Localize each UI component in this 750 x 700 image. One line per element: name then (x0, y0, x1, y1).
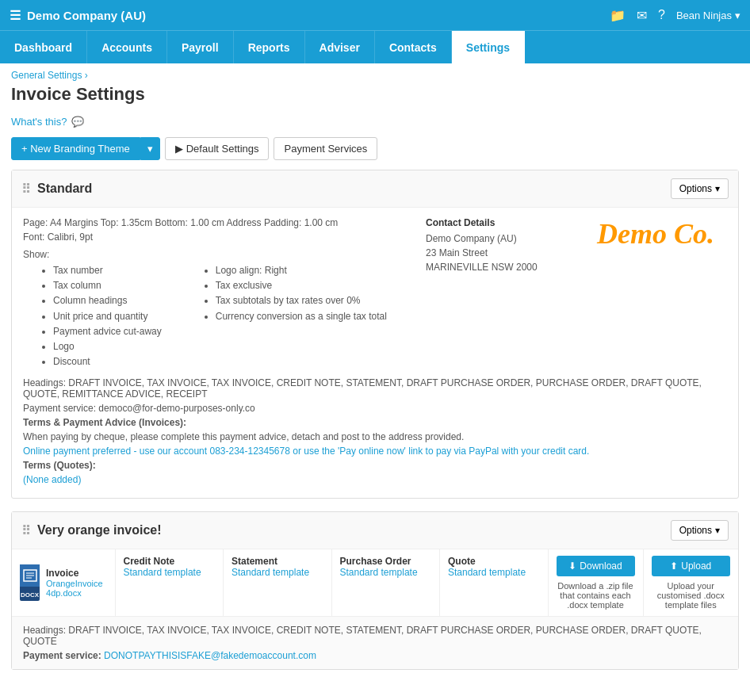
upload-cell: ⬆ Upload Upload your customised .docx te… (643, 549, 738, 616)
page-info: Page: A4 Margins Top: 1.35cm Bottom: 1.0… (23, 217, 426, 228)
breadcrumb: General Settings › (0, 63, 750, 82)
drag-handle-icon[interactable]: ⠿ (21, 182, 31, 197)
company-name: Demo Company (AU) (27, 9, 146, 22)
orange-card-header: ⠿ Very orange invoice! Options ▾ (12, 512, 738, 549)
nav-reports[interactable]: Reports (234, 31, 305, 63)
download-cell: ⬇ Download Download a .zip file that con… (548, 549, 643, 616)
purchase-order-sub: Standard template (340, 567, 432, 578)
standard-card-header: ⠿ Standard Options ▾ (12, 170, 738, 208)
footer-payment: Payment service: DONOTPAYTHISISFAKE@fake… (23, 650, 727, 661)
online-payment: Online payment preferred - use our accou… (23, 446, 727, 457)
new-branding-group: + New Branding Theme ▾ (11, 137, 160, 160)
terms-text: When paying by cheque, please complete t… (23, 431, 727, 442)
nav-settings[interactable]: Settings (452, 31, 525, 63)
nav-payroll[interactable]: Payroll (167, 31, 234, 63)
nav-dashboard[interactable]: Dashboard (0, 31, 87, 63)
download-description: Download a .zip file that contains each … (557, 581, 635, 610)
show-col-1: Tax number Tax column Column headings Un… (23, 263, 162, 369)
purchase-order-label: Purchase Order (340, 556, 432, 567)
download-button[interactable]: ⬇ Download (557, 556, 635, 576)
standard-options-button[interactable]: Options ▾ (671, 178, 729, 199)
standard-detail-left: Page: A4 Margins Top: 1.35cm Bottom: 1.0… (23, 217, 426, 369)
template-row: DOCX Invoice OrangeInvoice4dp.docx Credi… (12, 549, 738, 616)
terms-quotes-value: (None added) (23, 474, 727, 485)
contact-details: Contact Details Demo Company (AU) 23 Mai… (426, 217, 584, 274)
page-title: Invoice Settings (0, 82, 750, 111)
help-icon[interactable]: ? (658, 8, 665, 22)
top-bar: ☰ Demo Company (AU) 📁 ✉ ? Bean Ninjas ▾ (0, 0, 750, 30)
invoice-file: OrangeInvoice4dp.docx (46, 579, 106, 598)
show-item: Logo align: Right (216, 263, 387, 278)
quote-label: Quote (448, 556, 540, 567)
standard-card-body: Page: A4 Margins Top: 1.35cm Bottom: 1.0… (12, 208, 738, 498)
terms-label: Terms & Payment Advice (Invoices): (23, 417, 727, 428)
statement-sub: Standard template (232, 567, 323, 578)
user-area: 📁 ✉ ? Bean Ninjas ▾ (610, 8, 740, 23)
show-item: Logo (53, 339, 162, 354)
orange-card-footer: Headings: DRAFT INVOICE, TAX INVOICE, TA… (12, 616, 738, 669)
quote-cell: Quote Standard template (440, 549, 549, 616)
docx-file-icon: DOCX (20, 564, 40, 601)
logo-area: Demo Co. (584, 217, 727, 251)
statement-cell: Statement Standard template (224, 549, 332, 616)
nav-contacts[interactable]: Contacts (375, 31, 452, 63)
orange-options-button[interactable]: Options ▾ (671, 520, 729, 541)
contact-info: Demo Company (AU) 23 Main Street MARINEV… (426, 231, 584, 274)
show-item: Column headings (53, 293, 162, 308)
whats-this-icon: 💬 (71, 116, 84, 128)
standard-detail-top: Page: A4 Margins Top: 1.35cm Bottom: 1.0… (23, 217, 727, 369)
folder-icon[interactable]: 📁 (610, 8, 626, 23)
page-content: General Settings › Invoice Settings What… (0, 63, 750, 700)
footer-payment-email: DONOTPAYTHISISFAKE@fakedemoaccount.com (104, 650, 316, 661)
footer-headings: Headings: DRAFT INVOICE, TAX INVOICE, TA… (23, 625, 727, 647)
show-item: Tax column (53, 278, 162, 293)
nav-adviser[interactable]: Adviser (305, 31, 375, 63)
action-buttons: + New Branding Theme ▾ ▶ Default Setting… (0, 132, 750, 170)
demo-co-logo: Demo Co. (597, 217, 714, 251)
options-chevron-icon: ▾ (715, 525, 720, 536)
show-list: Tax number Tax column Column headings Un… (23, 263, 426, 369)
upload-icon: ⬆ (670, 560, 678, 572)
show-label: Show: (23, 249, 426, 260)
show-item: Discount (53, 354, 162, 369)
payment-services-button[interactable]: Payment Services (274, 137, 377, 160)
default-settings-button[interactable]: ▶ Default Settings (165, 137, 270, 160)
quote-sub: Standard template (448, 567, 540, 578)
upload-description: Upload your customised .docx template fi… (652, 581, 731, 610)
new-branding-button[interactable]: + New Branding Theme (11, 137, 140, 160)
show-col-2: Logo align: Right Tax exclusive Tax subt… (186, 263, 387, 369)
invoice-cell: DOCX Invoice OrangeInvoice4dp.docx (12, 549, 115, 616)
breadcrumb-separator: › (85, 70, 88, 81)
show-section: Show: Tax number Tax column Column headi… (23, 249, 426, 369)
statement-label: Statement (232, 556, 323, 567)
show-item: Tax subtotals by tax rates over 0% (216, 293, 387, 308)
breadcrumb-parent[interactable]: General Settings (11, 70, 82, 81)
headings-row: Headings: DRAFT INVOICE, TAX INVOICE, TA… (23, 377, 727, 400)
standard-card: ⠿ Standard Options ▾ Page: A4 Margins To… (11, 170, 739, 499)
new-branding-dropdown-button[interactable]: ▾ (140, 137, 160, 160)
options-chevron-icon: ▾ (715, 183, 720, 194)
menu-icon[interactable]: ☰ (10, 8, 21, 23)
drag-handle-icon[interactable]: ⠿ (21, 523, 31, 538)
orange-card-body: DOCX Invoice OrangeInvoice4dp.docx Credi… (12, 549, 738, 616)
nav-bar: Dashboard Accounts Payroll Reports Advis… (0, 30, 750, 63)
standard-card-title: ⠿ Standard (21, 182, 671, 197)
contact-details-title: Contact Details (426, 217, 584, 228)
user-name[interactable]: Bean Ninjas ▾ (676, 10, 740, 21)
show-item: Payment advice cut-away (53, 324, 162, 339)
orange-card: ⠿ Very orange invoice! Options ▾ (11, 511, 739, 670)
show-item: Currency conversion as a single tax tota… (216, 309, 387, 324)
show-item: Unit price and quantity (53, 309, 162, 324)
mail-icon[interactable]: ✉ (637, 8, 647, 23)
nav-accounts[interactable]: Accounts (87, 31, 167, 63)
whats-this[interactable]: What's this? 💬 (0, 111, 750, 132)
show-item: Tax exclusive (216, 278, 387, 293)
font-info: Font: Calibri, 9pt (23, 231, 426, 243)
credit-note-sub: Standard template (124, 567, 216, 578)
company-name-area: ☰ Demo Company (AU) (10, 8, 146, 23)
terms-quotes: Terms (Quotes): (23, 460, 727, 471)
orange-card-title: ⠿ Very orange invoice! (21, 523, 671, 538)
credit-note-label: Credit Note (124, 556, 216, 567)
template-table: DOCX Invoice OrangeInvoice4dp.docx Credi… (12, 549, 738, 616)
upload-button[interactable]: ⬆ Upload (652, 556, 731, 576)
